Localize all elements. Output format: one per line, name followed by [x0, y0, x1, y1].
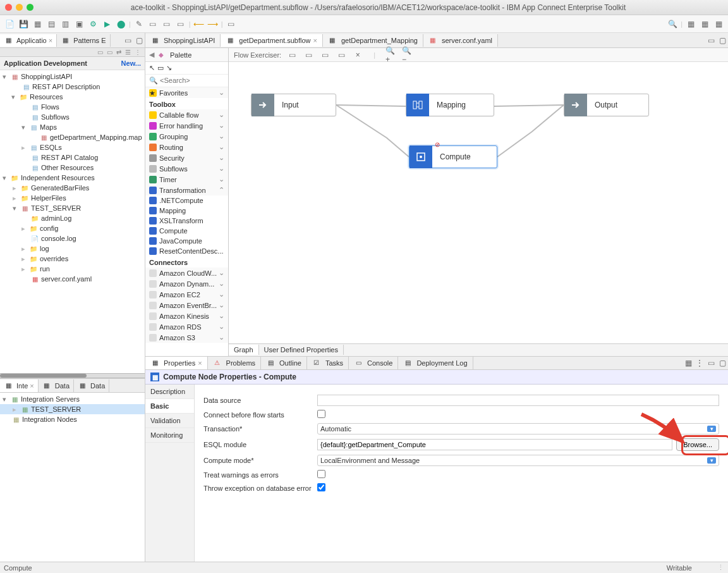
nav-back-icon[interactable]: ◀ — [149, 51, 154, 59]
tab-outline[interactable]: ▤Outline — [261, 357, 307, 369]
tool-icon-8[interactable]: ▭ — [161, 18, 173, 30]
palette-item[interactable]: Amazon EC2⌄ — [145, 289, 228, 300]
close-icon[interactable]: × — [198, 359, 202, 367]
pside-basic[interactable]: Basic — [145, 399, 194, 414]
tree-item[interactable]: ▾▦TEST_SERVER — [0, 203, 145, 213]
close-window-button[interactable] — [5, 4, 12, 11]
save-icon[interactable]: 💾 — [18, 18, 29, 30]
palette-search-input[interactable] — [160, 77, 224, 84]
maximize-icon[interactable]: ▢ — [717, 357, 728, 369]
zoom-out-icon[interactable]: 🔍− — [402, 49, 413, 61]
tab-udp[interactable]: User Defined Properties — [259, 345, 344, 355]
tab-server-conf[interactable]: ▦server.conf.yaml — [423, 34, 498, 47]
pside-validation[interactable]: Validation — [145, 414, 194, 428]
palette-item[interactable]: .NETCompute — [145, 195, 228, 206]
palette-item[interactable]: Timer⌄ — [145, 174, 228, 185]
palette-item[interactable]: Amazon Dynam...⌄ — [145, 278, 228, 289]
tree-item[interactable]: ▦server.conf.yaml — [0, 274, 145, 284]
minimize-icon[interactable]: ▭ — [122, 35, 133, 46]
minimize-window-button[interactable] — [16, 4, 23, 11]
tool-icon-10[interactable]: ▭ — [226, 18, 237, 30]
tab-deployment-log[interactable]: ▤Deployment Log — [398, 357, 473, 369]
tree-item[interactable]: ▤Subflows — [0, 112, 145, 122]
palette-favorites[interactable]: ★Favorites⌄ — [145, 87, 228, 98]
tool-icon-6[interactable]: ✎ — [133, 18, 145, 30]
fe-close-icon[interactable]: × — [352, 49, 363, 61]
tab-getdepartment-mapping[interactable]: ▦getDepartment_Mapping — [323, 34, 423, 47]
tree-item[interactable]: ▤Other Resources — [0, 163, 145, 173]
tab-patterns[interactable]: ▦ Patterns E — [57, 34, 110, 47]
palette-item[interactable]: Amazon CloudW...⌄ — [145, 268, 228, 278]
tree-item[interactable]: ▾▤Maps — [0, 122, 145, 132]
search-icon[interactable]: 🔍 — [667, 18, 678, 30]
debug-icon[interactable]: ⚙ — [87, 18, 99, 30]
connection-icon[interactable]: ↘ — [166, 64, 172, 72]
palette-item[interactable]: JavaCompute — [145, 236, 228, 246]
tree-item[interactable]: ▾📁Independent Resources — [0, 173, 145, 183]
palette-item[interactable]: Security⌄ — [145, 152, 228, 163]
tree-item[interactable]: ▤Flows — [0, 102, 145, 112]
run-icon[interactable]: ▶ — [101, 18, 112, 30]
tree-item[interactable]: ▸📁run — [0, 264, 145, 274]
tool-icon-4[interactable]: ▣ — [73, 18, 85, 30]
maximize-icon[interactable]: ▢ — [717, 35, 728, 46]
minimize-icon[interactable]: ▭ — [705, 35, 717, 46]
tree-item[interactable]: 📁adminLog — [0, 213, 145, 223]
input-esql-module[interactable] — [317, 439, 672, 450]
palette-item[interactable]: Mapping — [145, 206, 228, 216]
props-tool-icon[interactable]: ▦ — [682, 357, 694, 369]
pside-monitoring[interactable]: Monitoring — [145, 428, 194, 443]
toolbar-icon[interactable]: ☰ — [125, 49, 131, 56]
tool-icon-1[interactable]: ▦ — [32, 18, 43, 30]
palette-item[interactable]: Subflows⌄ — [145, 163, 228, 174]
checkbox-throw-exception[interactable] — [317, 483, 325, 491]
new-icon[interactable]: 📄 — [4, 18, 15, 30]
node-output[interactable]: Output — [564, 94, 649, 116]
toolbar-icon[interactable]: ⇄ — [116, 49, 121, 56]
tab-properties[interactable]: ▦Properties× — [145, 357, 208, 369]
zoom-in-icon[interactable]: 🔍+ — [385, 49, 397, 61]
tree-item[interactable]: ▸📁overrides — [0, 254, 145, 264]
flow-canvas[interactable]: Input Mapping Output Compu — [229, 62, 728, 343]
tree-item[interactable]: ▾📁Resources — [0, 92, 145, 102]
tab-shoppinglistapi[interactable]: ▦ShoppingListAPI — [145, 34, 221, 47]
perspective-icon-3[interactable]: ▦ — [713, 18, 724, 30]
tool-icon-5[interactable]: ⬤ — [115, 18, 126, 30]
tab-data[interactable]: ▦Data — [39, 379, 74, 392]
tool-icon-9[interactable]: ▭ — [175, 18, 186, 30]
tree-item[interactable]: ▸📁HelperFiles — [0, 193, 145, 203]
tab-graph[interactable]: Graph — [229, 345, 259, 355]
fe-icon[interactable]: ▭ — [303, 49, 314, 61]
pointer-icon[interactable]: ↖ — [149, 64, 155, 72]
tab-tasks[interactable]: ☑Tasks — [307, 357, 349, 369]
palette-item[interactable]: XSLTransform — [145, 216, 228, 226]
tab-integration[interactable]: ▦Inte× — [0, 379, 39, 392]
tree-item[interactable]: ▸📁config — [0, 223, 145, 233]
palette-item[interactable]: Amazon S3⌄ — [145, 332, 228, 343]
fe-icon[interactable]: ▭ — [286, 49, 298, 61]
checkbox-treat-warnings[interactable] — [317, 470, 325, 478]
tree-project[interactable]: ▾▦ShoppingListAPI — [0, 71, 145, 82]
forward-icon[interactable]: ⟶ — [207, 18, 219, 30]
fe-icon[interactable]: ▭ — [336, 49, 347, 61]
tree-item[interactable]: ▸📁log — [0, 243, 145, 254]
toolbar-icon[interactable]: ▭ — [97, 49, 103, 56]
pside-description[interactable]: Description — [145, 385, 194, 399]
select-transaction[interactable]: Automatic▾ — [317, 423, 719, 434]
props-tool-icon[interactable]: ⋮ — [694, 357, 705, 369]
tree-item[interactable]: ▤REST API Catalog — [0, 152, 145, 163]
back-icon[interactable]: ⟵ — [193, 18, 205, 30]
node-mapping[interactable]: Mapping — [406, 94, 494, 116]
tab-console[interactable]: ▭Console — [349, 357, 398, 369]
tree-item[interactable]: ▸▤ESQLs — [0, 142, 145, 152]
tab-getdepartment-subflow[interactable]: ▦getDepartment.subflow× — [221, 34, 323, 47]
palette-item[interactable]: Grouping⌄ — [145, 131, 228, 142]
maximize-window-button[interactable] — [27, 4, 33, 11]
int-servers[interactable]: ▾▦Integration Servers — [0, 394, 145, 404]
close-icon[interactable]: × — [313, 37, 317, 44]
maximize-icon[interactable]: ▢ — [133, 35, 145, 46]
close-icon[interactable]: × — [30, 382, 33, 390]
tool-icon-7[interactable]: ▭ — [147, 18, 159, 30]
tree-item[interactable]: 📄console.log — [0, 233, 145, 243]
fe-icon[interactable]: ▭ — [319, 49, 331, 61]
